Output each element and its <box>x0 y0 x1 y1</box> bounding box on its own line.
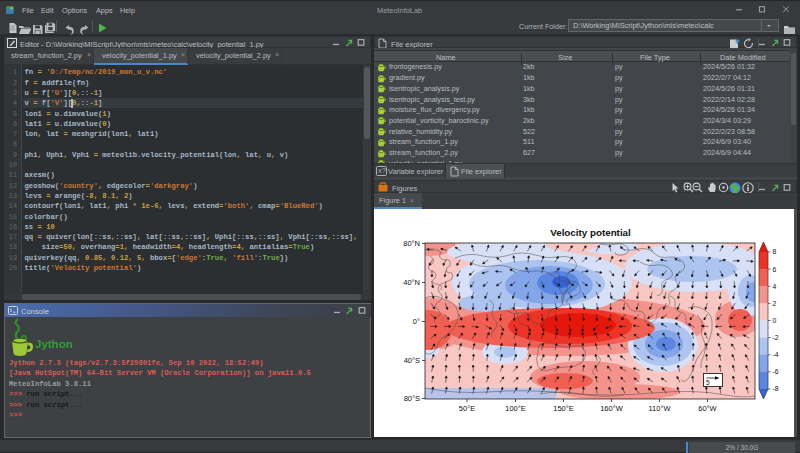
svg-text:0°: 0° <box>413 317 420 326</box>
svg-text:-6: -6 <box>773 368 779 375</box>
svg-text:-8: -8 <box>773 385 779 392</box>
svg-text:110°W: 110°W <box>648 404 671 413</box>
svg-text:50°E: 50°E <box>459 404 475 413</box>
svg-text:6: 6 <box>773 266 777 273</box>
svg-text:2: 2 <box>773 300 777 307</box>
svg-text:100°E: 100°E <box>505 404 526 413</box>
svg-text:8: 8 <box>773 248 777 255</box>
svg-text:-2: -2 <box>773 334 779 341</box>
svg-text:160°W: 160°W <box>600 404 624 413</box>
svg-text:5: 5 <box>706 379 710 386</box>
svg-text:80°N: 80°N <box>403 239 420 248</box>
svg-text:Velocity potential: Velocity potential <box>550 227 631 238</box>
svg-text:Jython: Jython <box>35 338 73 350</box>
svg-text:150°E: 150°E <box>553 404 574 413</box>
svg-text:80°S: 80°S <box>404 394 420 403</box>
svg-text:60°W: 60°W <box>698 404 717 413</box>
svg-text:40°S: 40°S <box>404 356 420 365</box>
svg-text:40°N: 40°N <box>403 278 420 287</box>
svg-text:0: 0 <box>773 317 777 324</box>
svg-text:x?: x? <box>378 168 386 175</box>
svg-text:-4: -4 <box>773 351 779 358</box>
svg-text:4: 4 <box>773 283 777 290</box>
